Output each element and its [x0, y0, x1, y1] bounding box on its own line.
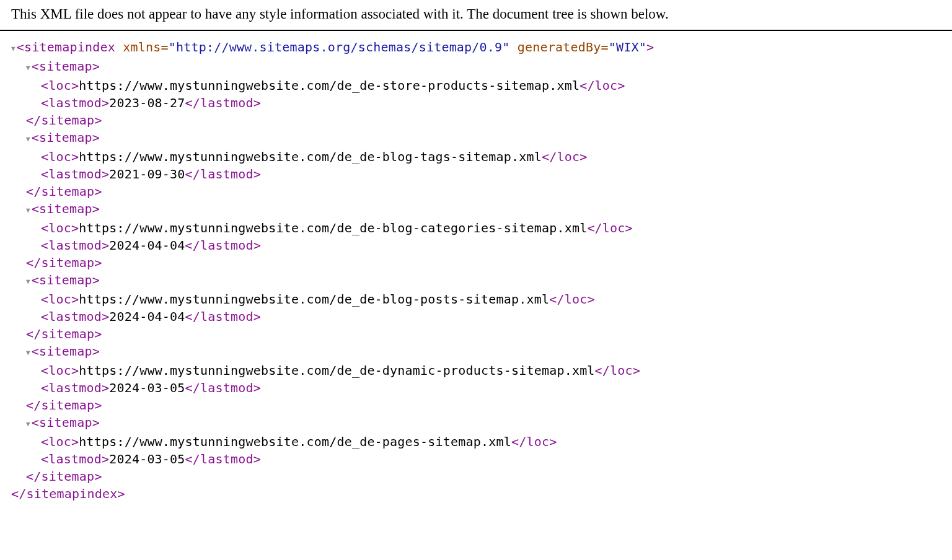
loc-close-tag: </loc> — [511, 434, 557, 449]
sitemap-close-tag: </sitemap> — [26, 398, 102, 413]
sitemap-open-tag: <sitemap> — [32, 344, 100, 359]
loc-text: https://www.mystunningwebsite.com/de_de-… — [79, 434, 511, 449]
sitemap-entry: ▼<sitemap><loc>https://www.mystunningweb… — [11, 200, 941, 271]
loc-text: https://www.mystunningwebsite.com/de_de-… — [79, 78, 580, 93]
sitemap-close-line: </sitemap> — [11, 112, 941, 129]
sitemap-close-tag: </sitemap> — [26, 255, 102, 270]
loc-close-tag: </loc> — [542, 149, 587, 164]
lastmod-open-tag: <lastmod> — [41, 167, 109, 182]
lastmod-open-tag: <lastmod> — [41, 452, 109, 466]
root-close-line: </sitemapindex> — [11, 485, 941, 502]
sitemap-entry: ▼<sitemap><loc>https://www.mystunningweb… — [11, 129, 941, 200]
loc-open-tag: <loc> — [41, 292, 79, 307]
lastmod-text: 2024-04-04 — [109, 309, 185, 324]
sitemap-close-line: </sitemap> — [11, 468, 941, 485]
lastmod-line: <lastmod>2024-03-05</lastmod> — [11, 450, 941, 468]
xml-no-style-notice: This XML file does not appear to have an… — [0, 0, 952, 31]
sitemap-open-tag: <sitemap> — [32, 273, 100, 287]
lastmod-line: <lastmod>2023-08-27</lastmod> — [11, 94, 941, 112]
loc-text: https://www.mystunningwebsite.com/de_de-… — [79, 292, 549, 307]
collapse-toggle-icon[interactable]: ▼ — [11, 40, 15, 58]
loc-open-tag: <loc> — [41, 78, 79, 93]
sitemap-open-line: ▼<sitemap> — [11, 129, 941, 148]
lastmod-line: <lastmod>2024-04-04</lastmod> — [11, 308, 941, 325]
loc-line: <loc>https://www.mystunningwebsite.com/d… — [11, 291, 941, 308]
attr-quote: " — [169, 40, 176, 55]
loc-line: <loc>https://www.mystunningwebsite.com/d… — [11, 219, 941, 237]
lastmod-line: <lastmod>2021-09-30</lastmod> — [11, 165, 941, 183]
lastmod-text: 2024-03-05 — [109, 452, 185, 466]
attr-quote: " — [502, 40, 509, 55]
sitemap-entry: ▼<sitemap><loc>https://www.mystunningweb… — [11, 414, 941, 485]
lastmod-close-tag: </lastmod> — [185, 167, 261, 182]
sitemap-open-line: ▼<sitemap> — [11, 271, 941, 291]
root-open-tag-end: > — [646, 40, 654, 55]
attr-quote: " — [609, 40, 616, 55]
sitemap-entry: ▼<sitemap><loc>https://www.mystunningweb… — [11, 271, 941, 343]
attr-eq: = — [601, 40, 608, 55]
lastmod-open-tag: <lastmod> — [41, 380, 109, 395]
root-attr-name-0: xmlns — [123, 40, 161, 55]
lastmod-open-tag: <lastmod> — [41, 309, 109, 324]
lastmod-text: 2024-04-04 — [109, 238, 185, 253]
collapse-toggle-icon[interactable]: ▼ — [26, 202, 30, 219]
collapse-toggle-icon[interactable]: ▼ — [26, 273, 30, 291]
loc-open-tag: <loc> — [41, 221, 79, 235]
loc-open-tag: <loc> — [41, 434, 79, 449]
loc-close-tag: </loc> — [595, 363, 640, 378]
sitemap-open-tag: <sitemap> — [32, 59, 100, 74]
sitemap-close-tag: </sitemap> — [26, 113, 102, 128]
loc-line: <loc>https://www.mystunningwebsite.com/d… — [11, 148, 941, 165]
sitemap-open-line: ▼<sitemap> — [11, 343, 941, 362]
sitemap-close-line: </sitemap> — [11, 183, 941, 200]
root-attr-val-1: WIX — [616, 40, 639, 55]
loc-text: https://www.mystunningwebsite.com/de_de-… — [79, 221, 587, 235]
loc-open-tag: <loc> — [41, 363, 79, 378]
collapse-toggle-icon[interactable]: ▼ — [26, 59, 30, 77]
loc-line: <loc>https://www.mystunningwebsite.com/d… — [11, 362, 941, 379]
root-open-tag-start: <sitemapindex — [17, 40, 115, 55]
root-open-line: ▼<sitemapindex xmlns="http://www.sitemap… — [11, 38, 941, 58]
root-attr-name-1: generatedBy — [518, 40, 601, 55]
loc-line: <loc>https://www.mystunningwebsite.com/d… — [11, 77, 941, 94]
lastmod-text: 2024-03-05 — [109, 380, 185, 395]
sitemap-close-line: </sitemap> — [11, 325, 941, 343]
sitemap-close-line: </sitemap> — [11, 396, 941, 414]
collapse-toggle-icon[interactable]: ▼ — [26, 131, 30, 148]
lastmod-text: 2021-09-30 — [109, 167, 185, 182]
sitemap-entry: ▼<sitemap><loc>https://www.mystunningweb… — [11, 58, 941, 129]
lastmod-close-tag: </lastmod> — [185, 452, 261, 466]
loc-close-tag: </loc> — [580, 78, 625, 93]
sitemap-close-tag: </sitemap> — [26, 469, 102, 484]
collapse-toggle-icon[interactable]: ▼ — [26, 416, 30, 433]
lastmod-line: <lastmod>2024-04-04</lastmod> — [11, 237, 941, 254]
lastmod-open-tag: <lastmod> — [41, 95, 109, 110]
lastmod-close-tag: </lastmod> — [185, 309, 261, 324]
sitemap-close-line: </sitemap> — [11, 254, 941, 271]
loc-text: https://www.mystunningwebsite.com/de_de-… — [79, 149, 542, 164]
loc-close-tag: </loc> — [549, 292, 594, 307]
attr-eq: = — [161, 40, 168, 55]
sitemap-open-tag: <sitemap> — [32, 130, 100, 145]
sitemap-open-tag: <sitemap> — [32, 415, 100, 430]
loc-open-tag: <loc> — [41, 149, 79, 164]
xml-tree: ▼<sitemapindex xmlns="http://www.sitemap… — [0, 31, 952, 510]
lastmod-close-tag: </lastmod> — [185, 95, 261, 110]
loc-close-tag: </loc> — [587, 221, 632, 235]
lastmod-text: 2023-08-27 — [109, 95, 185, 110]
sitemap-close-tag: </sitemap> — [26, 326, 102, 341]
sitemap-entry: ▼<sitemap><loc>https://www.mystunningweb… — [11, 343, 941, 414]
collapse-toggle-icon[interactable]: ▼ — [26, 344, 30, 362]
root-close-tag: </sitemapindex> — [11, 486, 125, 501]
lastmod-close-tag: </lastmod> — [185, 238, 261, 253]
loc-text: https://www.mystunningwebsite.com/de_de-… — [79, 363, 594, 378]
sitemap-open-line: ▼<sitemap> — [11, 414, 941, 433]
lastmod-line: <lastmod>2024-03-05</lastmod> — [11, 379, 941, 396]
sitemap-open-line: ▼<sitemap> — [11, 58, 941, 77]
attr-quote: " — [639, 40, 646, 55]
sitemap-close-tag: </sitemap> — [26, 184, 102, 199]
lastmod-open-tag: <lastmod> — [41, 238, 109, 253]
sitemap-open-tag: <sitemap> — [32, 201, 100, 216]
sitemap-open-line: ▼<sitemap> — [11, 200, 941, 219]
loc-line: <loc>https://www.mystunningwebsite.com/d… — [11, 433, 941, 450]
